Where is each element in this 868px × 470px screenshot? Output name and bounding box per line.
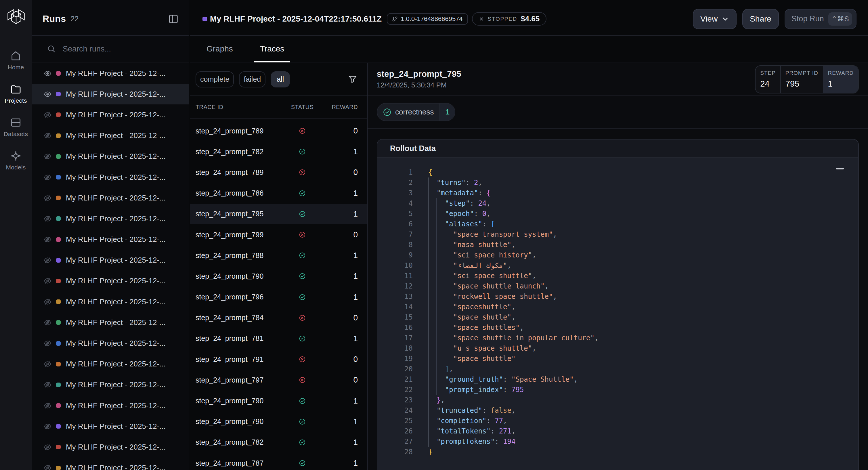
run-visibility-toggle[interactable]	[44, 298, 52, 306]
eye-off-icon[interactable]	[44, 402, 52, 410]
trace-row[interactable]: step_24_prompt_788 1	[190, 245, 367, 266]
trace-row[interactable]: step_24_prompt_790 1	[190, 390, 367, 411]
run-visibility-toggle[interactable]	[44, 339, 52, 347]
run-list-item[interactable]: My RLHF Project - 2025-12-...	[32, 416, 189, 437]
run-list-item[interactable]: My RLHF Project - 2025-12-...	[32, 395, 189, 416]
eye-off-icon[interactable]	[44, 152, 52, 160]
eye-off-icon[interactable]	[44, 111, 52, 119]
run-visibility-toggle[interactable]	[44, 464, 52, 470]
run-list-item[interactable]: My RLHF Project - 2025-12-...	[32, 167, 189, 188]
filter-chip[interactable]: complete	[195, 71, 234, 88]
run-visibility-toggle[interactable]	[44, 422, 52, 430]
run-list-item[interactable]: My RLHF Project - 2025-12-...	[32, 208, 189, 229]
sidebar-item-home[interactable]: Home	[0, 47, 32, 81]
share-button[interactable]: Share	[742, 9, 779, 29]
trace-row[interactable]: step_24_prompt_787 1	[190, 453, 367, 470]
eye-off-icon[interactable]	[44, 215, 52, 223]
run-list-item[interactable]: My RLHF Project - 2025-12-...	[32, 333, 189, 353]
stop-run-button[interactable]: Stop Run ⌃⌘S	[784, 9, 857, 29]
run-list-item[interactable]: My RLHF Project - 2025-12-...	[32, 271, 189, 291]
run-list-item[interactable]: My RLHF Project - 2025-12-...	[32, 375, 189, 395]
eye-off-icon[interactable]	[44, 277, 52, 285]
run-visibility-toggle[interactable]	[44, 360, 52, 368]
trace-row[interactable]: step_24_prompt_782 1	[190, 432, 367, 453]
run-visibility-toggle[interactable]	[44, 70, 52, 77]
run-list-item[interactable]: My RLHF Project - 2025-12-...	[32, 354, 189, 375]
run-visibility-toggle[interactable]	[44, 443, 52, 451]
run-list-item[interactable]: My RLHF Project - 2025-12-...	[32, 104, 189, 125]
eye-off-icon[interactable]	[44, 464, 52, 470]
collapse-panel-icon[interactable]	[168, 14, 178, 24]
trace-row[interactable]: step_24_prompt_782 1	[190, 141, 367, 162]
run-list-item[interactable]: My RLHF Project - 2025-12-...	[32, 437, 189, 457]
tab[interactable]: Traces	[254, 36, 290, 62]
eye-off-icon[interactable]	[44, 339, 52, 347]
run-list-item[interactable]: My RLHF Project - 2025-12-...	[32, 188, 189, 208]
eye-off-icon[interactable]	[44, 319, 52, 326]
run-list-item[interactable]: My RLHF Project - 2025-12-...	[32, 63, 189, 84]
run-list-item[interactable]: My RLHF Project - 2025-12-...	[32, 125, 189, 146]
run-visibility-toggle[interactable]	[44, 256, 52, 264]
run-list-item[interactable]: My RLHF Project - 2025-12-...	[32, 250, 189, 271]
trace-row[interactable]: step_24_prompt_790 1	[190, 411, 367, 432]
run-visibility-toggle[interactable]	[44, 152, 52, 160]
eye-off-icon[interactable]	[44, 132, 52, 139]
run-visibility-toggle[interactable]	[44, 111, 52, 119]
trace-row[interactable]: step_24_prompt_789 0	[190, 162, 367, 183]
app-logo-icon[interactable]	[6, 7, 27, 26]
eye-off-icon[interactable]	[44, 174, 52, 181]
eye-off-icon[interactable]	[44, 422, 52, 430]
eye-off-icon[interactable]	[44, 256, 52, 264]
eye-off-icon[interactable]	[44, 443, 52, 451]
run-visibility-toggle[interactable]	[44, 319, 52, 326]
version-badge[interactable]: 1.0.0-1764886669574	[387, 13, 468, 25]
sidebar-item-models[interactable]: Models	[0, 147, 32, 181]
run-visibility-toggle[interactable]	[44, 174, 52, 181]
run-list-item[interactable]: My RLHF Project - 2025-12-...	[32, 458, 189, 470]
run-list-item[interactable]: My RLHF Project - 2025-12-...	[32, 146, 189, 167]
run-visibility-toggle[interactable]	[44, 132, 52, 139]
trace-row[interactable]: step_24_prompt_797 0	[190, 370, 367, 390]
eye-off-icon[interactable]	[44, 360, 52, 368]
eye-off-icon[interactable]	[44, 381, 52, 388]
run-list-item[interactable]: My RLHF Project - 2025-12-...	[32, 291, 189, 312]
trace-row[interactable]: step_24_prompt_796 1	[190, 287, 367, 308]
trace-row[interactable]: step_24_prompt_784 0	[190, 308, 367, 328]
trace-row[interactable]: step_24_prompt_786 1	[190, 183, 367, 203]
filter-chip[interactable]: failed	[239, 71, 266, 88]
run-list-item[interactable]: My RLHF Project - 2025-12-...	[32, 229, 189, 250]
view-button[interactable]: View	[693, 9, 737, 29]
run-visibility-toggle[interactable]	[44, 90, 52, 98]
eye-icon[interactable]	[44, 90, 52, 98]
run-visibility-toggle[interactable]	[44, 215, 52, 223]
eye-off-icon[interactable]	[44, 194, 52, 202]
filter-icon[interactable]	[348, 75, 357, 84]
run-visibility-toggle[interactable]	[44, 402, 52, 410]
run-visibility-toggle[interactable]	[44, 277, 52, 285]
trace-row[interactable]: step_24_prompt_799 0	[190, 224, 367, 245]
run-visibility-toggle[interactable]	[44, 236, 52, 243]
trace-row[interactable]: step_24_prompt_789 0	[190, 121, 367, 141]
run-list-item[interactable]: My RLHF Project - 2025-12-...	[32, 84, 189, 104]
eye-off-icon[interactable]	[44, 236, 52, 243]
run-visibility-toggle[interactable]	[44, 194, 52, 202]
eye-off-icon[interactable]	[44, 298, 52, 306]
correctness-chip[interactable]: correctness 1	[377, 103, 455, 121]
search-runs-field[interactable]: Search runs...	[32, 36, 189, 62]
tab[interactable]: Graphs	[201, 36, 239, 62]
trace-row[interactable]: step_24_prompt_795 1	[190, 203, 367, 224]
filter-chip[interactable]: all	[271, 71, 290, 88]
x-circle-icon	[299, 356, 306, 363]
eye-icon[interactable]	[44, 70, 52, 77]
sidebar-item-datasets[interactable]: Datasets	[0, 114, 32, 147]
stopped-badge[interactable]: STOPPED $4.65	[472, 12, 547, 26]
code-line: 18 "u s space shuttle",	[377, 343, 858, 353]
run-visibility-toggle[interactable]	[44, 381, 52, 388]
trace-row[interactable]: step_24_prompt_781 1	[190, 328, 367, 349]
trace-row[interactable]: step_24_prompt_791 0	[190, 349, 367, 370]
trace-row[interactable]: step_24_prompt_790 1	[190, 266, 367, 286]
sidebar-item-projects[interactable]: Projects	[0, 81, 32, 114]
run-list-item[interactable]: My RLHF Project - 2025-12-...	[32, 312, 189, 333]
rollout-json-viewer[interactable]: 1 { 2 "turns": 2, 3 "metadata": { 4 "ste…	[377, 158, 858, 470]
filter-chip-label: failed	[244, 75, 261, 84]
